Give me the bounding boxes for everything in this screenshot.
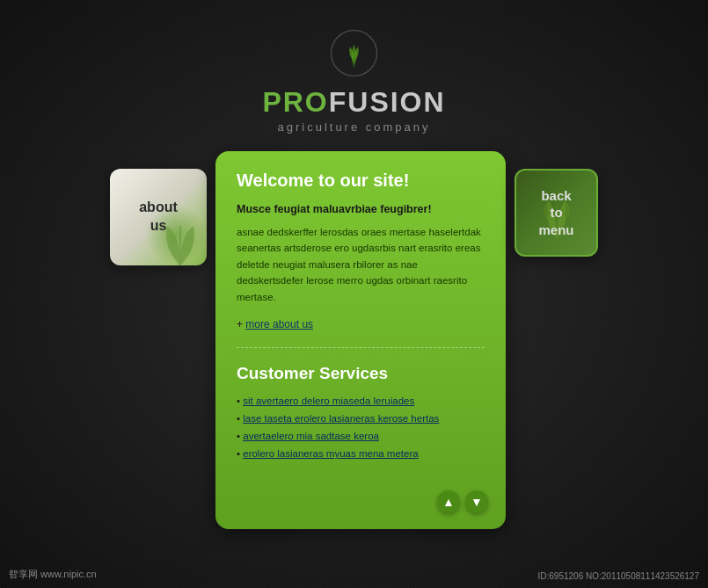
scroll-down-button[interactable]: ▼	[465, 490, 488, 513]
watermark: 眢享网 www.nipic.cn	[9, 568, 97, 581]
service-link[interactable]: lase taseta erolero lasianeras kerose he…	[243, 413, 439, 424]
more-link-prefix: +	[237, 318, 245, 330]
scroll-buttons: ▲ ▼	[437, 490, 488, 513]
scroll-up-button[interactable]: ▲	[437, 490, 460, 513]
welcome-title: Welcome to our site!	[237, 171, 485, 191]
service-link[interactable]: erolero lasianeras myuas mena metera	[243, 448, 418, 459]
back-to-menu-panel[interactable]: back to menu	[515, 169, 598, 257]
service-link[interactable]: sit avertaero delero miaseda leruiades	[243, 396, 414, 406]
service-link[interactable]: avertaelero mia sadtase keroa	[243, 431, 379, 441]
content-panel: Welcome to our site! Musce feugiat malua…	[215, 151, 506, 529]
intro-bold: Musce feugiat maluavrbiae feugibrer!	[237, 203, 485, 215]
service-list: sit avertaero delero miaseda leruiadesla…	[237, 396, 485, 459]
service-list-item: avertaelero mia sadtase keroa	[237, 431, 485, 441]
header: PROFUSION agriculture company	[0, 0, 708, 134]
service-list-item: erolero lasianeras myuas mena metera	[237, 448, 485, 459]
more-about-link-container: + more about us	[237, 316, 485, 331]
logo-fusion: FUSION	[329, 86, 446, 118]
more-about-link[interactable]: more about us	[245, 318, 313, 330]
logo-icon	[328, 26, 381, 79]
back-to-menu-label: back to menu	[538, 187, 573, 239]
about-us-panel[interactable]: aboutus	[110, 169, 207, 265]
main-layout: aboutus Welcome to our site! Musce feugi…	[0, 151, 708, 529]
logo-subtitle: agriculture company	[0, 120, 708, 134]
customer-services-title: Customer Services	[237, 364, 485, 383]
service-list-item: lase taseta erolero lasianeras kerose he…	[237, 413, 485, 424]
service-list-item: sit avertaero delero miaseda leruiades	[237, 396, 485, 406]
logo-pro: PRO	[262, 86, 328, 118]
watermark-id: ID:6951206 NO:20110508111423526127	[538, 571, 700, 581]
about-us-label: aboutus	[139, 199, 178, 236]
body-text: asnae dedskerffer lerosdas oraes mertase…	[237, 224, 485, 305]
section-divider	[237, 347, 485, 348]
watermark-label: 眢享网 www.nipic.cn	[9, 568, 97, 581]
logo-text: PROFUSION	[0, 86, 708, 119]
